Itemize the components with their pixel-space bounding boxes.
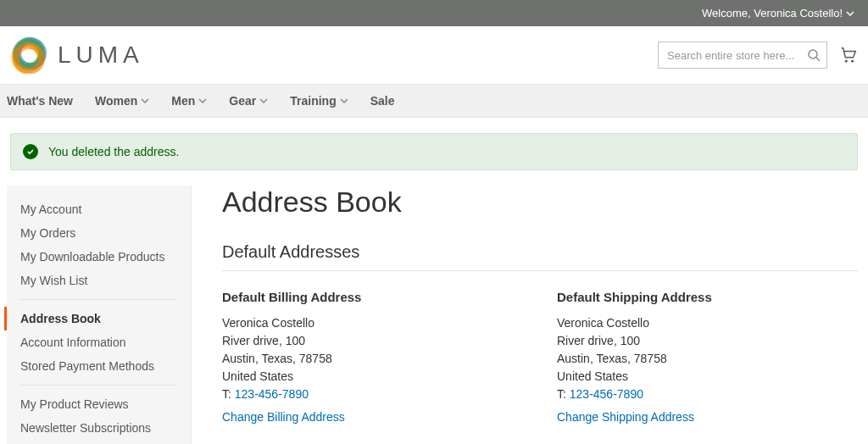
shipping-tel-line: T: 123-456-7890	[557, 386, 858, 403]
section-default-addresses: Default Addresses	[222, 242, 858, 271]
sidebar-item-my-orders[interactable]: My Orders	[20, 221, 177, 245]
welcome-dropdown[interactable]: Welcome, Veronica Costello!	[702, 7, 854, 19]
logo-text: LUMA	[58, 42, 144, 69]
nav-label: Men	[171, 94, 195, 108]
page-title: Address Book	[222, 186, 858, 219]
header: LUMA	[0, 26, 868, 84]
sidebar-item-payment-methods[interactable]: Stored Payment Methods	[20, 354, 177, 378]
tel-prefix: T:	[222, 387, 235, 401]
address-columns: Default Billing Address Veronica Costell…	[222, 290, 858, 424]
sidebar-item-address-book[interactable]: Address Book	[20, 307, 177, 330]
search-input[interactable]	[658, 42, 827, 69]
cart-icon[interactable]	[839, 46, 858, 64]
billing-address-block: Default Billing Address Veronica Costell…	[222, 290, 523, 424]
billing-street: River drive, 100	[222, 332, 523, 350]
nav-gear[interactable]: Gear	[229, 94, 268, 108]
sidebar-item-account-info[interactable]: Account Information	[20, 330, 177, 354]
sidebar-item-wishlist[interactable]: My Wish List	[20, 269, 177, 292]
billing-city: Austin, Texas, 78758	[222, 350, 523, 368]
logo[interactable]: LUMA	[10, 36, 144, 74]
billing-title: Default Billing Address	[222, 290, 523, 304]
main-content: Address Book Default Addresses Default B…	[222, 186, 858, 424]
shipping-street: River drive, 100	[557, 332, 858, 350]
nav-men[interactable]: Men	[171, 94, 207, 108]
chevron-down-icon	[259, 97, 268, 105]
nav-label: Gear	[229, 94, 256, 108]
nav-label: What's New	[7, 94, 73, 108]
billing-name: Veronica Costello	[222, 314, 523, 332]
nav-women[interactable]: Women	[95, 94, 149, 108]
main-nav: What's New Women Men Gear Training Sale	[0, 84, 868, 118]
billing-tel-line: T: 123-456-7890	[222, 386, 523, 403]
svg-point-8	[851, 60, 854, 63]
check-icon	[23, 144, 38, 159]
sidebar-group: My Account My Orders My Downloadable Pro…	[20, 197, 177, 300]
shipping-city: Austin, Texas, 78758	[557, 350, 858, 368]
shipping-name: Veronica Costello	[557, 314, 858, 332]
nav-label: Training	[290, 94, 336, 108]
shipping-tel-link[interactable]: 123-456-7890	[570, 387, 643, 401]
shipping-title: Default Shipping Address	[557, 290, 858, 304]
sidebar-item-my-account[interactable]: My Account	[20, 197, 177, 221]
sidebar-group: Address Book Account Information Stored …	[20, 307, 177, 386]
nav-whats-new[interactable]: What's New	[7, 94, 73, 108]
nav-label: Sale	[370, 94, 395, 108]
search-box	[658, 42, 827, 69]
sidebar-item-newsletter[interactable]: Newsletter Subscriptions	[20, 416, 177, 440]
account-sidebar: My Account My Orders My Downloadable Pro…	[7, 186, 192, 444]
change-shipping-link[interactable]: Change Shipping Address	[557, 410, 694, 424]
shipping-address-block: Default Shipping Address Veronica Costel…	[557, 290, 858, 424]
message-text: You deleted the address.	[48, 145, 179, 158]
chevron-down-icon	[141, 97, 149, 105]
billing-tel-link[interactable]: 123-456-7890	[235, 387, 309, 401]
chevron-down-icon	[198, 97, 207, 105]
tel-prefix: T:	[557, 387, 570, 401]
shipping-country: United States	[557, 368, 858, 386]
welcome-text: Welcome, Veronica Costello!	[702, 7, 843, 19]
header-tools	[658, 42, 858, 69]
nav-sale[interactable]: Sale	[370, 94, 395, 108]
change-billing-link[interactable]: Change Billing Address	[222, 410, 345, 424]
content: My Account My Orders My Downloadable Pro…	[0, 170, 868, 444]
sidebar-item-downloadable[interactable]: My Downloadable Products	[20, 245, 177, 269]
sidebar-item-reviews[interactable]: My Product Reviews	[20, 392, 177, 416]
luma-logo-icon	[10, 36, 47, 74]
chevron-down-icon	[340, 97, 348, 105]
success-message: You deleted the address.	[10, 133, 858, 170]
chevron-down-icon	[846, 9, 854, 18]
nav-training[interactable]: Training	[290, 94, 348, 108]
nav-label: Women	[95, 94, 137, 108]
top-bar: Welcome, Veronica Costello!	[0, 0, 868, 26]
sidebar-group: My Product Reviews Newsletter Subscripti…	[20, 392, 177, 440]
billing-country: United States	[222, 368, 523, 386]
svg-point-7	[845, 60, 848, 63]
